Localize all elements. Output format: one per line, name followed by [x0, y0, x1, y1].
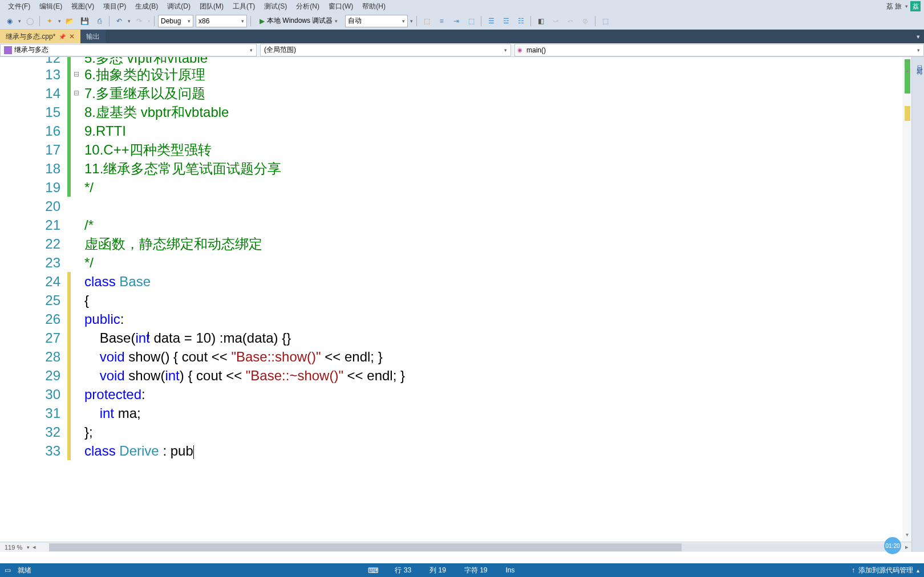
scope-label: (全局范围) [264, 45, 296, 55]
status-ready: 就绪 [15, 566, 34, 575]
chevron-up-icon: ▴ [917, 567, 919, 574]
window-icon: ▭ [5, 566, 11, 574]
func-label: main() [526, 46, 546, 54]
tb-icon-6[interactable]: ☲ [500, 15, 512, 27]
redo-button[interactable]: ↷ [133, 15, 145, 27]
save-all-button[interactable]: ⎙ [93, 15, 106, 27]
tb-icon-7[interactable]: ☷ [514, 15, 527, 27]
code-area[interactable]: 1213141516171819202122232425262728293031… [0, 57, 911, 542]
menu-project[interactable]: 项目(P) [99, 2, 131, 11]
pin-icon[interactable]: 📌 [59, 34, 66, 40]
close-tab-icon[interactable]: ✕ [69, 32, 75, 40]
zoom-level[interactable]: 119 % [0, 544, 27, 551]
menu-edit[interactable]: 编辑(E) [35, 2, 67, 11]
menu-view[interactable]: 视图(V) [67, 2, 99, 11]
toolbar: ◉ ▾ ◯ ✦ ▾ 📂 💾 ⎙ ↶ ▾ ↷ ▾ Debug x86 ▶ 本地 W… [0, 13, 924, 30]
tb-icon-3[interactable]: ⇥ [450, 15, 463, 27]
status-char: 字符 19 [462, 566, 490, 575]
fold-strip[interactable]: ⊟⊟ [71, 57, 82, 542]
status-ins: Ins [504, 566, 517, 574]
tab-output[interactable]: 输出 [80, 30, 106, 43]
user-avatar[interactable]: 荔 [910, 1, 921, 11]
editor: 1213141516171819202122232425262728293031… [0, 57, 911, 552]
menu-analyze[interactable]: 分析(N) [291, 2, 324, 11]
config-combo[interactable]: Debug [158, 15, 193, 27]
open-button[interactable]: 📂 [63, 15, 76, 27]
status-col: 列 19 [427, 566, 448, 575]
tb-icon-4[interactable]: ⬚ [465, 15, 477, 27]
source-control-label: 添加到源代码管理 [858, 566, 913, 575]
scroll-right-icon[interactable]: ▸ [902, 543, 911, 551]
tb-icon-2[interactable]: ≡ [435, 15, 448, 27]
new-item-button[interactable]: ✦ [43, 15, 56, 27]
tb-icon-9[interactable]: ⤺ [564, 15, 577, 27]
menu-build[interactable]: 生成(B) [131, 2, 163, 11]
menu-debug[interactable]: 调试(D) [163, 2, 195, 11]
line-gutter: 1213141516171819202122232425262728293031… [0, 57, 67, 542]
split-icon[interactable]: ▭ [902, 57, 911, 66]
menu-team[interactable]: 团队(M) [195, 2, 228, 11]
scroll-thumb[interactable] [49, 543, 681, 551]
nav-back-button[interactable]: ◉ [3, 15, 16, 27]
overview-ruler[interactable]: ▭ ▴ ▾ [902, 57, 911, 542]
horizontal-scrollbar[interactable]: 119 % ▾ ◂ ▸ [0, 542, 911, 552]
menubar: 文件(F) 编辑(E) 视图(V) 项目(P) 生成(B) 调试(D) 团队(M… [0, 0, 924, 13]
play-icon: ▶ [260, 17, 265, 25]
menu-window[interactable]: 窗口(W) [324, 2, 358, 11]
scroll-track[interactable] [49, 543, 892, 551]
cpp-icon [4, 46, 12, 54]
tab-active-file[interactable]: 继承与多态.cpp* 📌 ✕ [0, 30, 80, 43]
menu-test[interactable]: 测试(S) [260, 2, 291, 11]
platform-combo[interactable]: x86 [196, 15, 247, 27]
status-line: 行 33 [392, 566, 414, 575]
scroll-up-icon[interactable]: ▴ [902, 67, 911, 76]
save-button[interactable]: 💾 [78, 15, 91, 27]
debug-label: 本地 Windows 调试器 [267, 16, 333, 26]
menu-help[interactable]: 帮助(H) [358, 2, 390, 11]
tab-label: 继承与多态.cpp* [6, 32, 55, 42]
start-debug-button[interactable]: ▶ 本地 Windows 调试器 ▾ [254, 15, 343, 27]
auto-combo[interactable]: 自动 [345, 15, 408, 27]
scroll-left-icon[interactable]: ◂ [30, 543, 39, 551]
source-control-button[interactable]: ↑ 添加到源代码管理 ▴ [852, 566, 919, 575]
tab-overflow-icon[interactable]: ▾ [913, 30, 924, 43]
scope-label: 继承与多态 [14, 45, 48, 55]
scope-project[interactable]: 继承与多态 [0, 44, 257, 56]
nav-row: 继承与多态 (全局范围) main() [0, 43, 924, 57]
tabbar: 继承与多态.cpp* 📌 ✕ 输出 ▾ [0, 30, 924, 43]
tb-icon-8[interactable]: ⤻ [549, 15, 562, 27]
keyboard-icon[interactable]: ⌨ [368, 566, 379, 575]
scope-global[interactable]: (全局范围) [260, 44, 511, 56]
recording-indicator[interactable]: 01:20 [884, 537, 901, 554]
tb-icon-10[interactable]: ⊘ [579, 15, 591, 27]
tb-icon-5[interactable]: ☰ [485, 15, 497, 27]
menu-file[interactable]: 文件(F) [3, 2, 35, 11]
undo-button[interactable]: ↶ [113, 15, 125, 27]
tb-icon-1[interactable]: ⬚ [420, 15, 433, 27]
menu-tools[interactable]: 工具(T) [228, 2, 260, 11]
statusbar: ▭ 就绪 ⌨ 行 33 列 19 字符 19 Ins ↑ 添加到源代码管理 ▴ [0, 563, 924, 577]
tb-icon-11[interactable]: ⬚ [599, 15, 611, 27]
scroll-down-icon[interactable]: ▾ [902, 531, 911, 541]
nav-forward-button[interactable]: ◯ [23, 15, 36, 27]
scope-function[interactable]: main() [514, 44, 924, 56]
side-panel-tab[interactable]: 日 定 符 [911, 57, 924, 552]
tab-label: 输出 [86, 32, 100, 42]
bookmark-icon[interactable]: ◧ [534, 15, 547, 27]
user-dropdown-icon[interactable]: ▾ [905, 3, 908, 9]
publish-icon: ↑ [852, 566, 855, 574]
user-name[interactable]: 荔 旅 [883, 2, 905, 11]
code-text[interactable]: 5.多态 vfptr和vftable6.抽象类的设计原理7.多重继承以及问题8.… [82, 57, 911, 542]
